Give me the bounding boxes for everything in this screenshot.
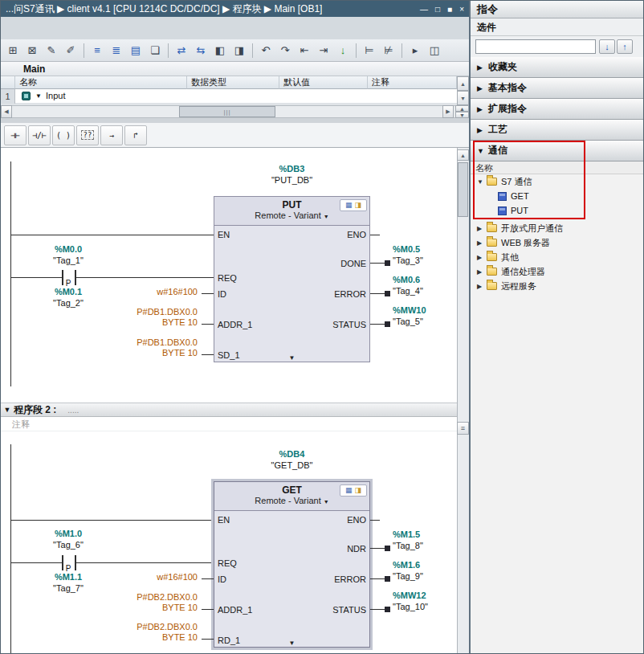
close-branch-icon[interactable]: ↱ bbox=[124, 125, 147, 145]
block-image-icon[interactable]: ▦ bbox=[345, 487, 353, 494]
open-branch-icon[interactable]: → bbox=[100, 125, 123, 145]
pin-value[interactable]: BYTE 10 bbox=[113, 632, 198, 643]
properties-icon[interactable]: ✐ bbox=[62, 42, 79, 59]
tree-item-open-user-communication[interactable]: ▶ 开放式用户通信 bbox=[471, 221, 644, 235]
operand-tag[interactable]: "Tag_2" bbox=[28, 298, 108, 309]
get-block[interactable]: GET Remote - Variant▼ ▦ ◨ EN REQ ID ADDR… bbox=[214, 481, 370, 648]
pin-value[interactable]: BYTE 10 bbox=[113, 317, 198, 328]
coil-icon[interactable]: ( ) bbox=[52, 125, 75, 145]
monitor-on-icon[interactable]: ⊨ bbox=[361, 42, 378, 59]
section-extended-instructions[interactable]: ▶ 扩展指令 bbox=[471, 99, 644, 120]
scroll-left-icon[interactable]: ◀ bbox=[1, 105, 12, 118]
search-up-icon[interactable]: ↑ bbox=[617, 39, 633, 54]
tree-item-remote-services[interactable]: ▶ 远程服务 bbox=[471, 279, 644, 293]
block-pins-icon[interactable]: ◨ bbox=[355, 487, 362, 494]
operand-address[interactable]: %M1.0 bbox=[28, 529, 108, 539]
contact-nc-icon[interactable]: ⊣/⊢ bbox=[28, 125, 51, 145]
tree-column-header[interactable]: 名称 bbox=[471, 161, 644, 174]
section-basic-instructions[interactable]: ▶ 基本指令 bbox=[471, 78, 644, 99]
pin-value[interactable]: P#DB2.DBX0.0 bbox=[113, 592, 198, 603]
monitor-off-icon[interactable]: ⊭ bbox=[380, 42, 397, 59]
operand-address[interactable]: %M0.0 bbox=[28, 244, 108, 255]
swap-operand-icon[interactable]: ⇄ bbox=[173, 42, 190, 59]
pin-value[interactable]: w#16#100 bbox=[113, 572, 198, 582]
column-header-datatype[interactable]: 数据类型 bbox=[187, 76, 279, 89]
hscroll-thumb[interactable]: ||| bbox=[179, 106, 275, 117]
block-expand-icon[interactable]: ▼ bbox=[289, 640, 296, 647]
operand-address[interactable]: %M1.1 bbox=[28, 572, 108, 582]
more-commands-icon[interactable]: ▸ bbox=[406, 42, 424, 59]
tree-item-web-server[interactable]: ▶ WEB 服务器 bbox=[471, 235, 644, 250]
jump-forward-icon[interactable]: ↷ bbox=[276, 42, 294, 59]
collapse-network-icon[interactable]: ▼ bbox=[1, 406, 14, 414]
operand-address[interactable]: %M0.6 bbox=[393, 275, 449, 285]
block-interface-icon[interactable]: ≣ bbox=[108, 42, 125, 59]
maximize-icon[interactable]: ■ bbox=[447, 5, 452, 14]
operand-address[interactable]: %M0.1 bbox=[28, 287, 108, 297]
scroll-page-down-icon[interactable]: ▼ bbox=[457, 91, 469, 105]
search-down-icon[interactable]: ↓ bbox=[599, 39, 615, 54]
section-technology[interactable]: ▶ 工艺 bbox=[471, 120, 644, 141]
instance-db-name[interactable]: "PUT_DB" bbox=[214, 175, 370, 186]
column-header-comment[interactable]: 注释 bbox=[368, 76, 457, 89]
column-header-default[interactable]: 默认值 bbox=[279, 76, 368, 89]
instance-db-address[interactable]: %DB4 bbox=[214, 449, 370, 460]
contact-no-icon[interactable]: ⊣⊢ bbox=[4, 125, 26, 145]
empty-box-icon[interactable]: ?? bbox=[76, 125, 99, 145]
scroll-right-icon[interactable]: ▶ bbox=[442, 105, 454, 118]
jump-back-icon[interactable]: ↶ bbox=[257, 42, 275, 59]
network-comment[interactable]: 注释 bbox=[1, 417, 457, 431]
splitter-grip-icon[interactable]: ≡ bbox=[457, 422, 469, 435]
section-favorites[interactable]: ▶ 收藏夹 bbox=[471, 57, 644, 78]
expand-all-icon[interactable]: ◧ bbox=[211, 42, 229, 59]
operand-tag[interactable]: "Tag_4" bbox=[393, 286, 449, 296]
tree-item-communication-processor[interactable]: ▶ 通信处理器 bbox=[471, 264, 644, 279]
operand-tag[interactable]: "Tag_1" bbox=[28, 255, 108, 266]
download-icon[interactable]: ↓ bbox=[334, 42, 352, 59]
pin-value[interactable]: P#DB1.DBX0.0 bbox=[113, 337, 198, 348]
operand-address[interactable]: %MW12 bbox=[393, 591, 449, 601]
network-title-bar[interactable]: ▼ 程序段 2 : ..... bbox=[1, 403, 457, 417]
operand-tag[interactable]: "Tag_8" bbox=[393, 541, 449, 551]
favorites-icon[interactable]: ▤ bbox=[127, 42, 145, 59]
scroll-page-up-icon[interactable]: ▲ bbox=[457, 76, 469, 91]
split-up-icon[interactable]: ▲ bbox=[455, 105, 469, 112]
table-row[interactable]: 1 ▼ Input bbox=[1, 89, 457, 104]
block-variant-selector[interactable]: Remote - Variant▼ bbox=[214, 211, 369, 220]
operand-address[interactable]: %M1.5 bbox=[393, 529, 449, 540]
operand-tag[interactable]: "Tag_7" bbox=[28, 583, 108, 594]
column-header-name[interactable]: 名称 bbox=[15, 76, 187, 89]
split-down-icon[interactable]: ▼ bbox=[455, 112, 469, 118]
operand-tag[interactable]: "Tag_10" bbox=[393, 602, 449, 612]
pin-value[interactable]: BYTE 10 bbox=[113, 603, 198, 613]
tree-item-s7-communication[interactable]: ▼ S7 通信 bbox=[471, 174, 644, 189]
search-input[interactable] bbox=[475, 39, 596, 54]
block-image-icon[interactable]: ▦ bbox=[345, 202, 353, 209]
insert-network-icon[interactable]: ⊞ bbox=[4, 42, 22, 59]
operand-address[interactable]: %MW10 bbox=[393, 305, 449, 316]
operand-tag[interactable]: "Tag_6" bbox=[28, 540, 108, 550]
instance-db-name[interactable]: "GET_DB" bbox=[214, 460, 370, 471]
operand-address[interactable]: %M1.6 bbox=[393, 560, 449, 570]
operand-address[interactable]: %M0.5 bbox=[393, 244, 449, 255]
go-to-next-icon[interactable]: ⇥ bbox=[315, 42, 332, 59]
update-block-icon[interactable]: ⇆ bbox=[192, 42, 210, 59]
tree-item-put[interactable]: PUT bbox=[471, 203, 644, 218]
editor-layout-icon[interactable]: ◫ bbox=[426, 42, 443, 59]
go-to-prev-icon[interactable]: ⇤ bbox=[296, 42, 313, 59]
collapse-all-icon[interactable]: ◨ bbox=[230, 42, 248, 59]
pin-value[interactable]: P#DB1.DBX0.0 bbox=[113, 307, 198, 317]
operand-tag[interactable]: "Tag_5" bbox=[393, 317, 449, 327]
vertical-scrollbar[interactable] bbox=[457, 148, 469, 654]
block-variant-selector[interactable]: Remote - Variant▼ bbox=[214, 496, 369, 505]
instance-db-address[interactable]: %DB3 bbox=[214, 164, 370, 174]
operand-tag[interactable]: "Tag_9" bbox=[393, 571, 449, 582]
pin-value[interactable]: w#16#100 bbox=[113, 287, 198, 297]
delete-network-icon[interactable]: ⊠ bbox=[23, 42, 41, 59]
vscroll-thumb[interactable] bbox=[458, 162, 468, 217]
block-expand-icon[interactable]: ▼ bbox=[289, 354, 296, 362]
section-communication[interactable]: ▼ 通信 bbox=[471, 141, 644, 161]
close-icon[interactable]: × bbox=[459, 5, 464, 14]
restore-icon[interactable]: □ bbox=[435, 5, 440, 14]
comment-icon[interactable]: ❏ bbox=[146, 42, 164, 59]
